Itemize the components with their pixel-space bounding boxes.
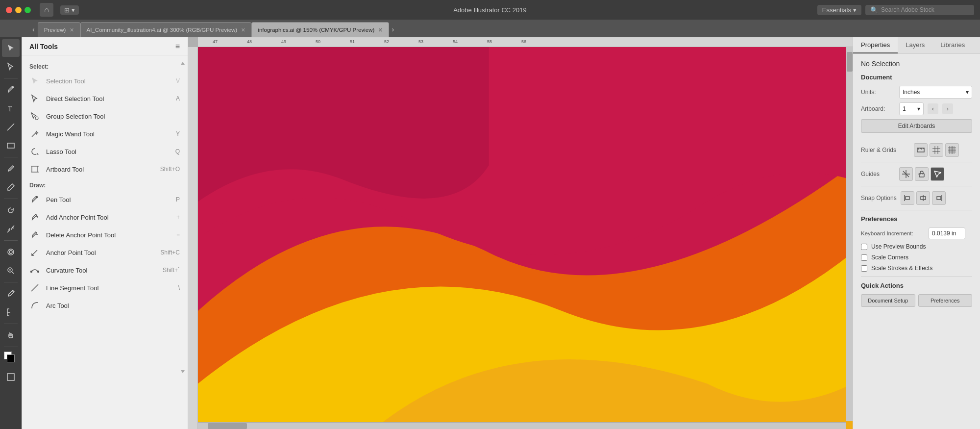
tab-preview[interactable]: Preview) × xyxy=(38,22,80,37)
artboard-prev-btn[interactable]: ‹ xyxy=(928,103,938,114)
units-row: Units: Inches ▾ xyxy=(861,86,972,99)
essentials-chevron-icon: ▾ xyxy=(853,6,857,14)
snap-center-icon-btn[interactable] xyxy=(916,191,930,205)
divider-2 xyxy=(861,162,972,162)
arc-tool-item[interactable]: Arc Tool xyxy=(22,297,188,314)
type-tool-icon[interactable]: T xyxy=(2,100,20,117)
use-preview-bounds-checkbox[interactable] xyxy=(861,244,867,250)
draw-section-label: Draw: xyxy=(22,178,188,191)
selection-tool-icon[interactable] xyxy=(2,39,20,57)
essentials-label: Essentials xyxy=(822,6,851,14)
search-input[interactable] xyxy=(881,6,969,13)
tab-community[interactable]: AI_Community_illustration4.ai @ 300% (RG… xyxy=(80,22,252,37)
artboard-tool-svg-icon xyxy=(29,164,40,175)
guide-snap-icon-btn[interactable] xyxy=(931,167,944,181)
paintbrush-tool-icon[interactable] xyxy=(2,160,20,177)
pencil-tool-icon[interactable] xyxy=(2,178,20,196)
warp-tool-icon[interactable] xyxy=(2,243,20,261)
svg-rect-13 xyxy=(7,374,14,380)
units-chevron-icon: ▾ xyxy=(966,89,969,96)
tab-scroll-right[interactable]: › xyxy=(389,22,397,37)
guide-grid-icon-btn[interactable] xyxy=(899,167,913,181)
zoom-tool-icon[interactable] xyxy=(2,262,20,279)
delete-anchor-point-tool-item[interactable]: Delete Anchor Point Tool − xyxy=(22,226,188,244)
group-selection-tool-item[interactable]: Group Selection Tool xyxy=(22,107,188,125)
no-selection-label: No Selection xyxy=(861,60,972,68)
scale-corners-checkbox[interactable] xyxy=(861,254,867,261)
scale-strokes-effects-checkbox[interactable] xyxy=(861,265,867,272)
artboard-next-btn[interactable]: › xyxy=(942,103,953,114)
magic-wand-tool-item[interactable]: Magic Wand Tool Y xyxy=(22,125,188,143)
vertical-scrollbar[interactable] xyxy=(846,47,853,421)
pen-tool-icon[interactable] xyxy=(2,81,20,99)
tab-layers[interactable]: Layers xyxy=(898,37,932,53)
maximize-button[interactable] xyxy=(24,7,31,13)
keyboard-increment-input[interactable] xyxy=(929,227,965,239)
rotate-tool-icon[interactable] xyxy=(2,202,20,219)
snap-right-icon-btn[interactable] xyxy=(932,191,946,205)
tool-panel-scroll[interactable]: Select: Selection Tool V Direct Selectio… xyxy=(22,55,188,429)
pen-tool-shortcut: P xyxy=(176,196,180,203)
toolbar-divider-5 xyxy=(4,282,18,282)
search-icon: 🔍 xyxy=(870,6,878,14)
tab-close-icon[interactable]: × xyxy=(378,26,382,33)
measure-tool-icon[interactable] xyxy=(2,303,20,321)
horizontal-scrollbar[interactable] xyxy=(198,422,846,429)
units-select[interactable]: Inches ▾ xyxy=(899,86,972,99)
horizontal-scroll-thumb[interactable] xyxy=(208,423,247,429)
line-tool-icon[interactable] xyxy=(2,118,20,136)
units-label: Units: xyxy=(861,89,895,96)
document-setup-btn[interactable]: Document Setup xyxy=(861,294,915,307)
essentials-area: Essentials ▾ 🔍 xyxy=(817,5,974,15)
close-button[interactable] xyxy=(6,7,12,13)
tab-label: infographics.ai @ 150% (CMYK/GPU Preview… xyxy=(258,27,374,33)
selection-tool-svg-icon xyxy=(29,76,40,86)
canvas-area[interactable]: 47 48 49 50 51 52 53 54 55 56 xyxy=(188,37,853,429)
tab-infographics[interactable]: infographics.ai @ 150% (CMYK/GPU Preview… xyxy=(251,22,389,37)
tab-scroll-left[interactable]: ‹ xyxy=(29,22,38,37)
add-anchor-point-tool-item[interactable]: Add Anchor Point Tool + xyxy=(22,208,188,226)
svg-line-27 xyxy=(31,284,38,291)
ruler-mark-51: 51 xyxy=(350,39,355,44)
svg-point-26 xyxy=(38,271,39,273)
guide-lock-icon-btn[interactable] xyxy=(915,167,929,181)
selection-tool-item[interactable]: Selection Tool V xyxy=(22,72,188,90)
ruler-icon-btn[interactable] xyxy=(914,143,928,157)
essentials-button[interactable]: Essentials ▾ xyxy=(817,5,861,15)
svg-line-6 xyxy=(12,272,14,274)
rectangle-tool-icon[interactable] xyxy=(2,137,20,154)
vertical-scroll-thumb[interactable] xyxy=(847,52,853,72)
artboard-select[interactable]: 1 ▾ xyxy=(899,102,924,115)
hand-tool-icon[interactable] xyxy=(2,327,20,344)
canvas-content[interactable]: ⊙ 人人素材 xyxy=(198,47,853,429)
ruler-grids-label: Ruler & Grids xyxy=(861,147,910,153)
fill-color-icon[interactable] xyxy=(2,350,20,367)
tab-close-icon[interactable]: × xyxy=(70,26,74,33)
workspace-switcher[interactable]: ⊞ ▾ xyxy=(60,5,79,15)
preferences-btn[interactable]: Preferences xyxy=(918,294,973,307)
tab-libraries[interactable]: Libraries xyxy=(932,37,973,53)
scale-tool-icon[interactable] xyxy=(2,220,20,238)
direct-selection-tool-item[interactable]: Direct Selection Tool A xyxy=(22,90,188,107)
edit-artboards-btn[interactable]: Edit Artboards xyxy=(861,119,972,133)
line-segment-tool-item[interactable]: Line Segment Tool \ xyxy=(22,279,188,297)
pixel-grid-icon-btn[interactable] xyxy=(945,143,959,157)
snap-left-icon-btn[interactable] xyxy=(901,191,914,205)
tab-close-icon[interactable]: × xyxy=(241,26,245,33)
svg-line-2 xyxy=(7,124,14,130)
normal-screen-mode-icon[interactable] xyxy=(2,368,20,386)
grid-icon-btn[interactable] xyxy=(930,143,943,157)
home-button[interactable]: ⌂ xyxy=(40,3,53,17)
tab-properties[interactable]: Properties xyxy=(853,37,898,53)
lasso-tool-shortcut: Q xyxy=(175,148,180,155)
anchor-point-tool-item[interactable]: Anchor Point Tool Shift+C xyxy=(22,244,188,261)
tool-panel-menu-icon[interactable]: ≡ xyxy=(175,42,180,51)
artboard-tool-item[interactable]: Artboard Tool Shift+O xyxy=(22,160,188,178)
search-bar[interactable]: 🔍 xyxy=(865,5,974,15)
lasso-tool-item[interactable]: Lasso Tool Q xyxy=(22,143,188,160)
eyedropper-tool-icon[interactable] xyxy=(2,285,20,303)
curvature-tool-item[interactable]: Curvature Tool Shift+` xyxy=(22,261,188,279)
pen-tool-item[interactable]: Pen Tool P xyxy=(22,191,188,208)
direct-selection-tool-icon[interactable] xyxy=(2,58,20,76)
minimize-button[interactable] xyxy=(15,7,22,13)
